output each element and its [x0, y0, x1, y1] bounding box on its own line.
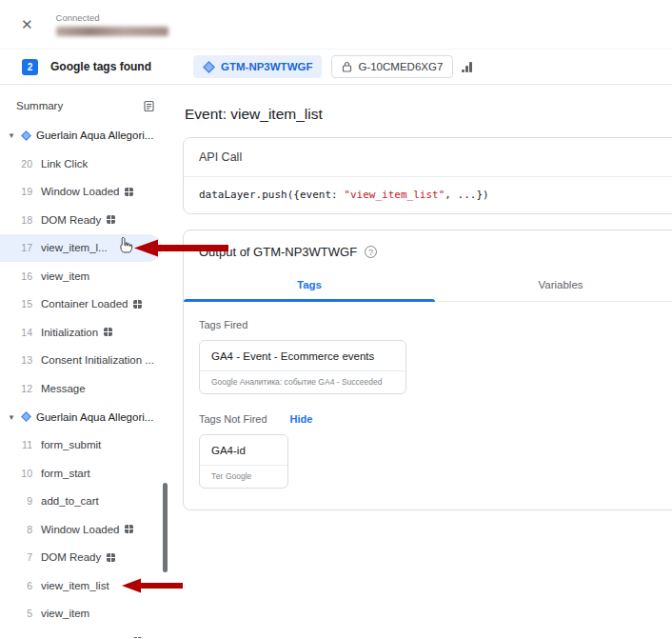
container-group-title: Guerlain Aqua Allegori... — [36, 130, 153, 141]
help-icon[interactable]: ? — [365, 246, 377, 258]
hide-link[interactable]: Hide — [290, 413, 313, 425]
event-number: 14 — [17, 327, 32, 338]
event-number: 19 — [17, 186, 32, 197]
event-number: 13 — [17, 354, 32, 366]
event-label: view_item_l... — [41, 242, 108, 253]
event-label: Window Loaded — [41, 186, 119, 197]
connected-site-redacted — [56, 27, 168, 36]
container-fired-icon — [107, 215, 115, 224]
sidebar-event-7[interactable]: 7 DOM Ready — [0, 544, 169, 572]
gtm-chip-label: GTM-NP3WTWGF — [221, 61, 312, 72]
event-label: view_item_list — [41, 580, 109, 591]
not-fired-tag-card[interactable]: GA4-id Тег Google — [199, 434, 288, 489]
sidebar-event-8[interactable]: 8 Window Loaded — [0, 515, 169, 544]
sidebar-event-17-selected[interactable]: 17 view_item_l... — [0, 234, 162, 263]
container-fired-icon — [107, 553, 115, 562]
tab-tags[interactable]: Tags — [184, 270, 435, 301]
main-panel: Event: view_item_list API Call dataLayer… — [169, 85, 672, 638]
tags-toolbar: 2 Google tags found GTM-NP3WTWGF G-10CME… — [0, 50, 672, 85]
container-fired-icon — [133, 637, 142, 638]
sidebar-event-9[interactable]: 9 add_to_cart — [0, 488, 169, 516]
event-label: add_to_cart — [41, 495, 99, 507]
container-group-header-2[interactable]: ▾ Guerlain Aqua Allegori... — [0, 403, 169, 431]
fired-tag-card[interactable]: GA4 - Event - Ecommerce events Google Ан… — [199, 340, 406, 394]
sidebar-scrollbar[interactable] — [163, 483, 168, 572]
sidebar-event-19[interactable]: 19 Window Loaded — [0, 178, 169, 207]
event-label: Consent Initialization ... — [41, 354, 154, 366]
ga4-measurement-chip[interactable]: G-10CMED6XG7 — [331, 55, 453, 78]
code-event-string: "view_item_list" — [344, 189, 445, 201]
event-label: Container Loaded — [41, 636, 128, 638]
event-label: Initialization — [41, 327, 98, 338]
signal-bars-icon[interactable] — [462, 61, 472, 72]
event-number: 5 — [17, 608, 32, 619]
clear-log-icon[interactable] — [143, 100, 155, 112]
event-label: form_start — [41, 468, 90, 479]
sidebar-item-summary[interactable]: Summary — [0, 90, 169, 121]
not-fired-tag-title: GA4-id — [200, 435, 287, 465]
sidebar-event-4[interactable]: 4 Container Loaded — [0, 628, 169, 638]
event-number: 18 — [17, 214, 32, 226]
event-number: 11 — [17, 439, 32, 450]
container-fired-icon — [133, 300, 142, 309]
sidebar-event-6[interactable]: 6 view_item_list — [0, 571, 169, 600]
sidebar-event-10[interactable]: 10 form_start — [0, 459, 169, 488]
api-call-card: API Call dataLayer.push({event: "view_it… — [183, 137, 672, 214]
code-suffix: , ...}) — [445, 189, 488, 201]
event-number: 12 — [17, 383, 32, 394]
sidebar-event-18[interactable]: 18 DOM Ready — [0, 206, 169, 234]
sidebar-event-20[interactable]: 20 Link Click — [0, 150, 169, 178]
container-fired-icon — [125, 188, 133, 196]
tags-count-badge: 2 — [22, 59, 38, 75]
chevron-down-icon: ▾ — [7, 412, 16, 422]
output-title: Output of GTM-NP3WTWGF — [199, 245, 357, 259]
lock-icon — [342, 61, 352, 72]
container-fired-icon — [125, 525, 133, 533]
tags-found-label: Google tags found — [50, 60, 151, 73]
output-tabs: Tags Variables — [184, 270, 672, 302]
fired-tag-title: GA4 - Event - Ecommerce events — [200, 341, 405, 370]
gtm-diamond-icon — [21, 130, 31, 141]
event-label: Link Click — [41, 158, 88, 170]
sidebar-event-12[interactable]: 12 Message — [0, 374, 169, 403]
tags-not-fired-label: Tags Not Fired — [199, 413, 267, 425]
event-label: form_submit — [41, 439, 101, 450]
connected-label: Connected — [56, 12, 168, 23]
event-number: 17 — [17, 242, 32, 253]
event-label: DOM Ready — [41, 214, 101, 226]
event-label: Message — [41, 383, 86, 394]
event-number: 7 — [17, 551, 32, 563]
event-number: 20 — [17, 158, 32, 170]
top-bar: ✕ Connected — [0, 0, 672, 50]
close-icon[interactable]: ✕ — [21, 16, 33, 33]
sidebar-event-15[interactable]: 15 Container Loaded — [0, 290, 169, 319]
sidebar-event-5[interactable]: 5 view_item — [0, 600, 169, 629]
gtm-container-chip[interactable]: GTM-NP3WTWGF — [193, 55, 322, 78]
output-card: Output of GTM-NP3WTWGF ? Tags Variables … — [183, 230, 672, 510]
event-number: 4 — [17, 636, 32, 638]
event-number: 15 — [17, 298, 32, 310]
api-call-title: API Call — [184, 138, 672, 176]
tab-variables[interactable]: Variables — [435, 270, 672, 301]
connection-info: Connected — [56, 12, 168, 36]
event-sidebar: Summary ▾ Guerlain Aqua Allegori... 20 — [0, 85, 169, 638]
event-number: 16 — [17, 270, 32, 282]
sidebar-event-13[interactable]: 13 Consent Initialization ... — [0, 347, 169, 375]
event-label: view_item — [41, 608, 89, 619]
sidebar-event-11[interactable]: 11 form_submit — [0, 431, 169, 460]
output-card-header: Output of GTM-NP3WTWGF ? — [184, 230, 672, 270]
event-number: 6 — [17, 580, 32, 591]
sidebar-event-14[interactable]: 14 Initialization — [0, 318, 169, 347]
code-prefix: dataLayer.push({event: — [199, 189, 344, 201]
gtm-diamond-icon — [21, 411, 31, 422]
event-number: 9 — [17, 495, 32, 507]
event-label: DOM Ready — [41, 551, 101, 563]
event-label: view_item — [41, 270, 89, 282]
sidebar-event-16[interactable]: 16 view_item — [0, 262, 169, 290]
event-number: 10 — [17, 468, 32, 479]
summary-label: Summary — [16, 100, 143, 111]
container-fired-icon — [104, 328, 112, 336]
container-group-header-1[interactable]: ▾ Guerlain Aqua Allegori... — [0, 121, 169, 150]
event-label: Window Loaded — [41, 524, 119, 535]
gtm-diamond-icon — [203, 61, 215, 73]
